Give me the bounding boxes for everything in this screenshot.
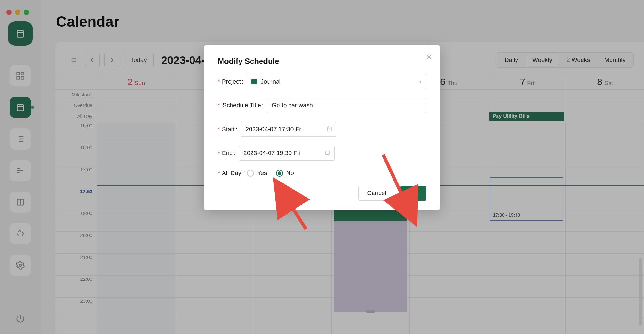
project-color-icon	[251, 79, 257, 84]
svg-rect-9	[326, 151, 329, 154]
allday-yes-radio[interactable]: Yes	[247, 170, 267, 177]
label-end: End	[222, 150, 239, 157]
calendar-icon	[327, 126, 332, 133]
chevron-down-icon: ▾	[419, 79, 421, 84]
label-allday: All Day	[222, 170, 247, 177]
label-project: Project	[222, 78, 247, 85]
allday-radio-group: Yes No	[247, 170, 294, 177]
allday-no-radio[interactable]: No	[276, 170, 294, 177]
modify-schedule-modal: Modify Schedule * Project Journal ▾ * Sc…	[204, 45, 440, 210]
ok-button[interactable]: OK	[400, 186, 426, 201]
end-datetime-input[interactable]: 2023-04-07 19:30 Fri	[239, 146, 335, 161]
schedule-title-input[interactable]	[267, 98, 426, 113]
close-modal-button[interactable]	[426, 54, 432, 62]
cancel-button[interactable]: Cancel	[358, 186, 395, 201]
project-select[interactable]: Journal ▾	[247, 74, 426, 89]
svg-rect-8	[327, 127, 331, 131]
label-start: Start	[222, 126, 241, 133]
radio-icon	[247, 170, 254, 177]
label-schedule-title: Schedule Title	[222, 102, 267, 109]
radio-icon	[276, 170, 283, 177]
modal-title: Modify Schedule	[218, 57, 426, 66]
calendar-icon	[325, 150, 330, 157]
start-datetime-input[interactable]: 2023-04-07 17:30 Fri	[241, 122, 336, 137]
required-star-icon: *	[218, 78, 220, 85]
modal-footer: Cancel OK	[218, 186, 426, 201]
